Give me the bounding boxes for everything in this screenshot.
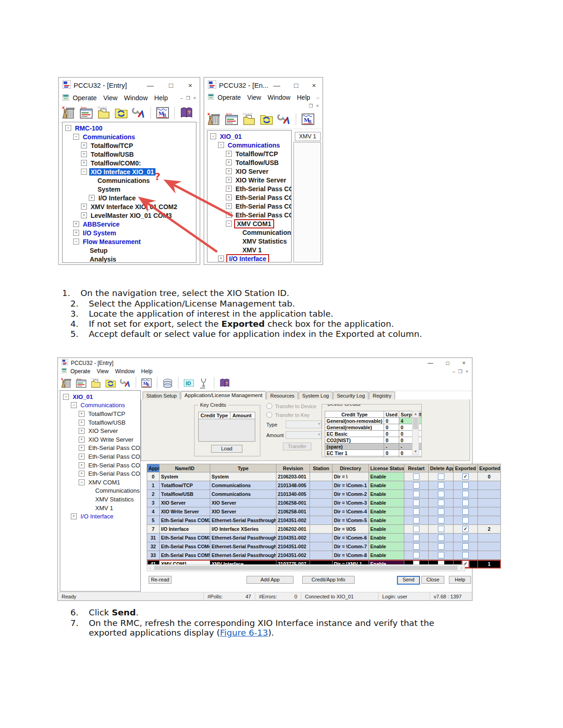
- exported-checkbox[interactable]: [462, 500, 469, 506]
- expand-icon[interactable]: +: [79, 462, 85, 468]
- restart-checkbox[interactable]: [413, 526, 419, 532]
- delete-app-checkbox[interactable]: [438, 552, 444, 558]
- expand-icon[interactable]: +: [81, 151, 87, 157]
- collapse-icon[interactable]: −: [63, 394, 69, 400]
- expand-icon[interactable]: +: [226, 203, 232, 209]
- collapse-icon[interactable]: −: [73, 134, 79, 140]
- tree-item-system[interactable]: System: [63, 185, 196, 193]
- menu-operate[interactable]: Operate: [218, 94, 241, 101]
- collapse-icon[interactable]: −: [79, 479, 85, 485]
- exported-checkbox[interactable]: [462, 508, 469, 515]
- mdi-close-button[interactable]: ×: [193, 96, 196, 101]
- tools-icon[interactable]: [132, 106, 146, 120]
- transfer-icon[interactable]: [114, 106, 128, 120]
- application-row-totalflow-tcp[interactable]: 1Totalflow/TCPCommunications2101348-005D…: [147, 481, 501, 490]
- tree-item-levelmaster-xio-01-com3[interactable]: +LevelMaster XIO_01 COM3: [63, 211, 196, 220]
- expand-icon[interactable]: +: [226, 159, 232, 165]
- tree-item-xmv-interface-xio-01-com2[interactable]: +XMV Interface XIO_01 COM2: [63, 202, 196, 211]
- exported-checkbox[interactable]: ✓: [462, 526, 469, 532]
- tree-item-analysis[interactable]: Analysis: [63, 255, 196, 263]
- expand-icon[interactable]: +: [81, 212, 87, 218]
- delete-app-checkbox[interactable]: [438, 526, 444, 532]
- scroll-down-arrow[interactable]: ▼: [413, 449, 419, 455]
- entry-icon[interactable]: Entry: [75, 377, 87, 389]
- menu-window[interactable]: Window: [268, 94, 291, 101]
- exported-checkbox[interactable]: [462, 482, 469, 489]
- device-credits-scrollbar[interactable]: ▲ ▼: [412, 411, 419, 455]
- tree-item-totalflow-tcp[interactable]: +Totalflow/TCP: [60, 410, 140, 418]
- tree-item-totalflow-usb[interactable]: +Totalflow/USB: [63, 150, 196, 159]
- tree-item-communications[interactable]: −Communications: [207, 141, 291, 149]
- collapse-icon[interactable]: −: [73, 239, 79, 245]
- expand-icon[interactable]: +: [218, 256, 224, 262]
- collapse-icon[interactable]: −: [71, 402, 77, 408]
- column-header-type[interactable]: Type: [210, 464, 276, 472]
- mdi-close-button[interactable]: ×: [465, 369, 468, 374]
- tab-application-license-management[interactable]: Application/License Management: [181, 391, 266, 400]
- disconnect-icon[interactable]: ×: [62, 106, 76, 120]
- transfer-icon[interactable]: [105, 377, 116, 389]
- re-read-button[interactable]: Re-read: [149, 576, 172, 584]
- mdi-close-button[interactable]: ×: [316, 103, 319, 108]
- application-row-system[interactable]: 0SystemSystem2106203-001Dir = \Enable✓0: [147, 472, 501, 481]
- exported-checkbox[interactable]: [462, 491, 469, 497]
- expand-icon[interactable]: +: [81, 142, 87, 148]
- delete-app-checkbox[interactable]: [438, 517, 444, 523]
- tree-item-communications[interactable]: Communications: [207, 228, 291, 237]
- expand-icon[interactable]: +: [79, 428, 85, 434]
- application-row-eth-serial-pass-com4[interactable]: 32Eth-Serial Pass COM4Ethernet-Serial Pa…: [147, 542, 501, 551]
- restart-checkbox[interactable]: [413, 482, 419, 489]
- add-app-button[interactable]: Add App: [247, 576, 293, 584]
- expand-icon[interactable]: +: [79, 411, 85, 417]
- delete-app-checkbox[interactable]: [438, 508, 444, 515]
- mdi-minimize-button[interactable]: –: [453, 369, 455, 374]
- delete-app-checkbox[interactable]: [438, 491, 444, 497]
- entry-icon[interactable]: Entry: [224, 112, 239, 126]
- setup-icon[interactable]: setup: [198, 377, 209, 389]
- mdi-restore-button[interactable]: ❐: [309, 103, 313, 108]
- delete-app-checkbox[interactable]: [438, 500, 444, 506]
- restart-checkbox[interactable]: [413, 552, 419, 558]
- tree-item-totalflow-com0[interactable]: +Totalflow/COM0:: [63, 159, 196, 167]
- scroll-thumb[interactable]: [413, 417, 418, 429]
- column-header-exported[interactable]: Exported: [454, 464, 478, 472]
- column-header-delete-app[interactable]: Delete App: [429, 464, 454, 472]
- expand-icon[interactable]: +: [89, 195, 95, 201]
- tree-item-communications[interactable]: Communications: [60, 487, 140, 495]
- tree-item-xmv-1[interactable]: XMV 1: [60, 504, 140, 512]
- globe-icon[interactable]: [162, 377, 173, 389]
- tree-item-eth-serial-pass-com2[interactable]: +Eth-Serial Pass COM2: [60, 444, 140, 453]
- scroll-thumb[interactable]: [154, 566, 458, 570]
- menu-operate[interactable]: Operate: [73, 94, 97, 102]
- collect-icon[interactable]: COLLECT: [97, 106, 111, 120]
- tree-item-xmv-com1[interactable]: −XMV COM1: [207, 219, 291, 228]
- restart-checkbox[interactable]: [413, 517, 419, 523]
- tree-item-eth-serial-pass-com3[interactable]: +Eth-Serial Pass COM3: [60, 452, 140, 461]
- collapse-icon[interactable]: −: [210, 133, 216, 139]
- application-row-xio-write-server[interactable]: 4XIO Write ServerXIO Server2106258-001Di…: [147, 507, 501, 516]
- close-button[interactable]: ×: [188, 81, 192, 89]
- delete-app-checkbox[interactable]: [438, 543, 444, 550]
- expand-icon[interactable]: +: [73, 221, 79, 227]
- column-header-restart[interactable]: Restart: [404, 464, 429, 472]
- menu-help[interactable]: Help: [154, 94, 168, 102]
- tree-item-abbservice[interactable]: +ABBService: [63, 220, 196, 228]
- tree-item-xio-write-server[interactable]: +XIO Write Server: [207, 176, 291, 184]
- mdi-restore-button[interactable]: ❐: [186, 96, 190, 101]
- modbus-icon[interactable]: MB: [301, 112, 315, 126]
- minimize-button[interactable]: —: [273, 81, 280, 89]
- scroll-up-arrow[interactable]: ▲: [413, 411, 419, 417]
- menu-window[interactable]: Window: [124, 94, 148, 102]
- maximize-button[interactable]: □: [446, 360, 449, 366]
- tree-item-totalflow-usb[interactable]: +Totalflow/USB: [60, 418, 140, 427]
- menu-window[interactable]: Window: [115, 368, 135, 375]
- amount-dropdown[interactable]: [286, 431, 322, 439]
- transfer-to-device-radio[interactable]: [266, 403, 272, 409]
- delete-app-checkbox[interactable]: [438, 473, 444, 480]
- tree-item-xmv-statistics[interactable]: XMV Statistics: [60, 495, 140, 504]
- application-row-totalflow-usb[interactable]: 2Totalflow/USBCommunications2101340-005D…: [147, 490, 501, 499]
- application-row-eth-serial-pass-com5[interactable]: 33Eth-Serial Pass COM5Ethernet-Serial Pa…: [147, 551, 501, 560]
- exported-checkbox[interactable]: [462, 543, 469, 550]
- collect-icon[interactable]: COLLECT: [90, 377, 102, 389]
- tree-item-eth-serial-pass-com3[interactable]: +Eth-Serial Pass COM3: [207, 193, 291, 202]
